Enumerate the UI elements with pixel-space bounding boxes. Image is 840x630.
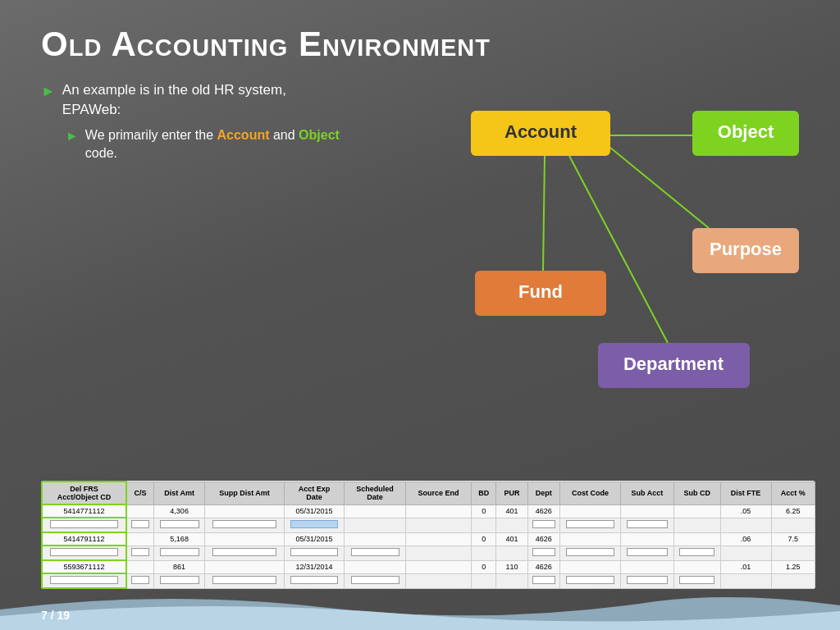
cell-input-cs-1 (126, 518, 153, 532)
col-header-sub-acct: Sub Acct (620, 482, 673, 504)
cell-input-sched-2 (345, 546, 405, 560)
bullet-main-text: An example is in the old HR system, EPAW… (62, 80, 345, 120)
cell-pur-1: 401 (496, 504, 527, 518)
col-header-cost: Cost Code (560, 482, 621, 504)
bullet-sub-text: We primarily enter the Account and Objec… (85, 126, 345, 163)
cell-frs-3: 5593671112 (42, 560, 126, 573)
bullet-arrow-main: ► (41, 81, 56, 102)
slide-title: Old Accounting Environment (0, 0, 840, 72)
cell-frs-1: 5414771112 (42, 504, 126, 518)
cell-dept-3: 4626 (527, 560, 560, 573)
col-header-sub-cd: Sub CD (673, 482, 720, 504)
col-header-dist-amt: Dist Amt (153, 482, 204, 504)
cell-bd-1: 0 (472, 504, 496, 518)
wave-decoration (0, 585, 840, 630)
cell-input-subacct-1 (620, 518, 673, 532)
cell-input-exp-2 (284, 546, 345, 560)
col-header-scheduled: ScheduledDate (345, 482, 405, 504)
cell-pct-3: 1.25 (771, 560, 815, 573)
table-row-input (42, 546, 815, 560)
cell-input-subcd-1 (673, 518, 720, 532)
table-row: 5414771112 4,306 05/31/2015 0 401 4626 (42, 504, 815, 518)
cell-subacct-3 (620, 560, 673, 573)
cell-sched-3 (345, 560, 405, 573)
cell-source-2 (405, 532, 472, 546)
cell-input-frs-2 (42, 546, 126, 560)
cell-input-pct-1 (771, 518, 815, 532)
cell-input-subcd-2 (673, 546, 720, 560)
col-header-bd: BD (472, 482, 496, 504)
cell-input-pct-2 (771, 546, 815, 560)
cell-source-1 (405, 504, 472, 518)
slide: Old Accounting Environment ► An example … (0, 0, 840, 630)
cell-bd-2: 0 (472, 532, 496, 546)
col-header-dept: Dept (527, 482, 560, 504)
cell-cs-2 (126, 532, 153, 546)
cell-fte-1: .05 (720, 504, 771, 518)
cell-exp-2: 05/31/2015 (284, 532, 345, 546)
cell-pct-2: 7.5 (771, 532, 815, 546)
cell-input-cost-1 (560, 518, 621, 532)
page-number: 7 / 19 (41, 609, 70, 622)
cell-subcd-1 (673, 504, 720, 518)
cell-dept-1: 4626 (527, 504, 560, 518)
col-header-supp: Supp Dist Amt (205, 482, 284, 504)
cell-input-cost-2 (560, 546, 621, 560)
cell-frs-2: 5414791112 (42, 532, 126, 546)
col-header-frs: Del FRSAcct/Object CD (42, 482, 126, 504)
cell-pct-1: 6.25 (771, 504, 815, 518)
col-header-pur: PUR (496, 482, 527, 504)
cell-cs-1 (126, 504, 153, 518)
data-table: Del FRSAcct/Object CD C/S Dist Amt Supp … (41, 481, 815, 589)
cell-bd-3: 0 (472, 560, 496, 573)
cell-subcd-2 (673, 532, 720, 546)
cell-dept-2: 4626 (527, 532, 560, 546)
account-label: Account (504, 121, 578, 142)
cell-source-3 (405, 560, 472, 573)
cell-dist-3: 861 (153, 560, 204, 573)
cell-input-frs-1 (42, 518, 126, 532)
cell-input-bd-2 (472, 546, 496, 560)
cell-input-bd-1 (472, 518, 496, 532)
purpose-label: Purpose (710, 239, 782, 259)
highlight-account: Account (217, 128, 270, 142)
table-row: 5414791112 5,168 05/31/2015 0 401 4626 (42, 532, 815, 546)
cell-supp-3 (205, 560, 284, 573)
cell-cost-3 (560, 560, 621, 573)
sub-mid: and (270, 128, 299, 142)
cell-input-dist-2 (153, 546, 204, 560)
cell-fte-2: .06 (720, 532, 771, 546)
sub-suffix: code. (85, 146, 117, 160)
bullet-sub: ► We primarily enter the Account and Obj… (66, 126, 345, 163)
bullets-section: ► An example is in the old HR system, EP… (0, 72, 386, 162)
cell-subacct-1 (620, 504, 673, 518)
cell-exp-3: 12/31/2014 (284, 560, 345, 573)
bullet-arrow-sub: ► (66, 127, 79, 145)
table-row: 5593671112 861 12/31/2014 0 110 4626 (42, 560, 815, 573)
cell-dist-1: 4,306 (153, 504, 204, 518)
col-header-source: Source End (405, 482, 472, 504)
col-header-acct-pct: Acct % (771, 482, 815, 504)
cell-fte-3: .01 (720, 560, 771, 573)
cell-input-dept-2 (527, 546, 560, 560)
cell-pur-3: 110 (496, 560, 527, 573)
svg-line-3 (610, 148, 709, 228)
diagram: Account Object Purpose Fund Department (422, 82, 815, 435)
cell-sched-1 (345, 504, 405, 518)
cell-input-sched-1 (345, 518, 405, 532)
cell-subcd-3 (673, 560, 720, 573)
cell-sched-2 (345, 532, 405, 546)
table-body: 5414771112 4,306 05/31/2015 0 401 4626 (42, 504, 815, 588)
cell-dist-2: 5,168 (153, 532, 204, 546)
cell-subacct-2 (620, 532, 673, 546)
cell-exp-1: 05/31/2015 (284, 504, 345, 518)
cell-input-pur-2 (496, 546, 527, 560)
table-header: Del FRSAcct/Object CD C/S Dist Amt Supp … (42, 482, 815, 504)
cell-supp-2 (205, 532, 284, 546)
svg-line-1 (543, 156, 545, 271)
cell-input-exp-1 (284, 518, 345, 532)
table-row-input (42, 518, 815, 532)
cell-input-supp-2 (205, 546, 284, 560)
table-wrapper: Del FRSAcct/Object CD C/S Dist Amt Supp … (41, 481, 815, 589)
col-header-dist-fte: Dist FTE (720, 482, 771, 504)
